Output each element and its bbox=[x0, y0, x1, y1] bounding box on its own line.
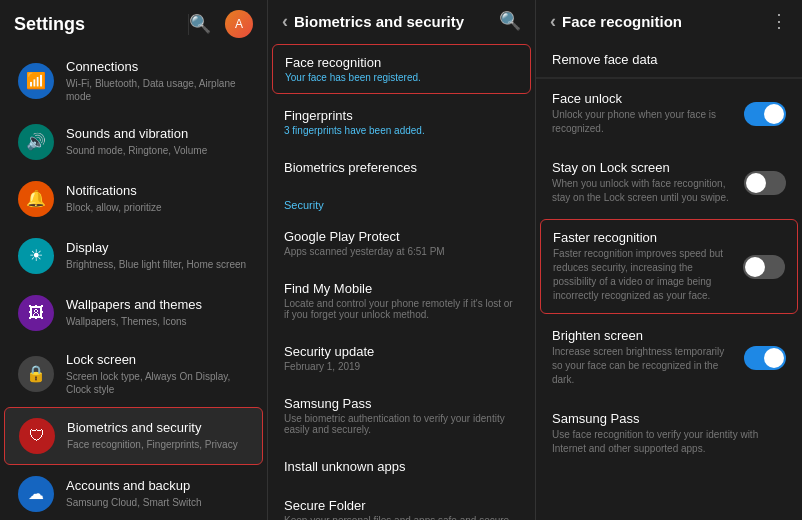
brighten-screen-text: Brighten screen Increase screen brightne… bbox=[552, 328, 744, 387]
mid-item-install-unknown[interactable]: Install unknown apps bbox=[268, 447, 535, 486]
lock-icon: 🔒 bbox=[18, 356, 54, 392]
search-icon[interactable]: 🔍 bbox=[189, 13, 211, 35]
face-unlock-title: Face unlock bbox=[552, 91, 734, 106]
stay-on-lock-toggle-thumb bbox=[746, 173, 766, 193]
display-subtitle: Brightness, Blue light filter, Home scre… bbox=[66, 258, 246, 271]
mid-item-face-recognition[interactable]: Face recognition Your face has been regi… bbox=[272, 44, 531, 94]
mid-item-find-my-mobile[interactable]: Find My Mobile Locate and control your p… bbox=[268, 269, 535, 332]
secure-folder-title: Secure Folder bbox=[284, 498, 519, 513]
left-title: Settings bbox=[14, 14, 189, 35]
face-unlock-toggle-thumb bbox=[764, 104, 784, 124]
remove-face-button[interactable]: Remove face data bbox=[536, 42, 802, 78]
find-my-mobile-subtitle: Locate and control your phone remotely i… bbox=[284, 298, 519, 320]
stay-on-lock-text: Stay on Lock screen When you unlock with… bbox=[552, 160, 744, 205]
samsung-pass-subtitle: Use biometric authentication to verify y… bbox=[284, 413, 519, 435]
sidebar-item-display[interactable]: ☀ Display Brightness, Blue light filter,… bbox=[4, 228, 263, 284]
notifications-subtitle: Block, allow, prioritize bbox=[66, 201, 162, 214]
display-title: Display bbox=[66, 240, 246, 257]
connections-text: Connections Wi-Fi, Bluetooth, Data usage… bbox=[66, 59, 249, 103]
settings-list: 📶 Connections Wi-Fi, Bluetooth, Data usa… bbox=[0, 48, 267, 520]
face-recognition-subtitle: Your face has been registered. bbox=[285, 72, 518, 83]
mid-item-secure-folder[interactable]: Secure Folder Keep your personal files a… bbox=[268, 486, 535, 520]
sounds-subtitle: Sound mode, Ringtone, Volume bbox=[66, 144, 207, 157]
brighten-screen-title: Brighten screen bbox=[552, 328, 734, 343]
install-unknown-title: Install unknown apps bbox=[284, 459, 519, 474]
accounts-text: Accounts and backup Samsung Cloud, Smart… bbox=[66, 478, 202, 509]
lock-title: Lock screen bbox=[66, 352, 249, 369]
security-section-label: Security bbox=[268, 187, 535, 217]
mid-search-icon[interactable]: 🔍 bbox=[499, 10, 521, 32]
three-dot-menu[interactable]: ⋮ bbox=[770, 10, 788, 32]
wallpapers-text: Wallpapers and themes Wallpapers, Themes… bbox=[66, 297, 202, 328]
mid-list: Face recognition Your face has been regi… bbox=[268, 42, 535, 520]
right-item-face-unlock[interactable]: Face unlock Unlock your phone when your … bbox=[536, 79, 802, 148]
right-back-button[interactable]: ‹ Face recognition bbox=[550, 11, 682, 32]
biometrics-text: Biometrics and security Face recognition… bbox=[67, 420, 238, 451]
samsung-pass-title: Samsung Pass bbox=[284, 396, 519, 411]
sidebar-item-notifications[interactable]: 🔔 Notifications Block, allow, prioritize bbox=[4, 171, 263, 227]
sidebar-item-connections[interactable]: 📶 Connections Wi-Fi, Bluetooth, Data usa… bbox=[4, 49, 263, 113]
sidebar-item-wallpapers[interactable]: 🖼 Wallpapers and themes Wallpapers, Them… bbox=[4, 285, 263, 341]
brighten-screen-toggle[interactable] bbox=[744, 346, 786, 370]
stay-on-lock-row: Stay on Lock screen When you unlock with… bbox=[552, 160, 786, 205]
samsung-pass-face-subtitle: Use face recognition to verify your iden… bbox=[552, 428, 776, 456]
right-item-stay-on-lock[interactable]: Stay on Lock screen When you unlock with… bbox=[536, 148, 802, 217]
biometrics-title: Biometrics and security bbox=[67, 420, 238, 437]
connections-icon: 📶 bbox=[18, 63, 54, 99]
faster-recognition-toggle-thumb bbox=[745, 257, 765, 277]
sidebar-item-accounts[interactable]: ☁ Accounts and backup Samsung Cloud, Sma… bbox=[4, 466, 263, 520]
face-recognition-title: Face recognition bbox=[285, 55, 518, 70]
settings-panel-mid: ‹ Biometrics and security 🔍 Face recogni… bbox=[268, 0, 536, 520]
brighten-screen-toggle-thumb bbox=[764, 348, 784, 368]
stay-on-lock-title: Stay on Lock screen bbox=[552, 160, 734, 175]
left-header: Settings 🔍 A bbox=[0, 0, 267, 48]
faster-recognition-toggle[interactable] bbox=[743, 255, 785, 279]
right-list: Remove face data Face unlock Unlock your… bbox=[536, 42, 802, 520]
sidebar-item-sounds[interactable]: 🔊 Sounds and vibration Sound mode, Ringt… bbox=[4, 114, 263, 170]
face-unlock-row: Face unlock Unlock your phone when your … bbox=[552, 91, 786, 136]
mid-back-button[interactable]: ‹ Biometrics and security bbox=[282, 11, 464, 32]
fingerprints-title: Fingerprints bbox=[284, 108, 519, 123]
samsung-pass-face-text: Samsung Pass Use face recognition to ver… bbox=[552, 411, 786, 456]
wallpapers-subtitle: Wallpapers, Themes, Icons bbox=[66, 315, 202, 328]
left-header-icons: 🔍 A bbox=[189, 10, 253, 38]
right-header: ‹ Face recognition ⋮ bbox=[536, 0, 802, 42]
biometrics-icon: 🛡 bbox=[19, 418, 55, 454]
display-icon: ☀ bbox=[18, 238, 54, 274]
brighten-screen-row: Brighten screen Increase screen brightne… bbox=[552, 328, 786, 387]
sidebar-item-biometrics[interactable]: 🛡 Biometrics and security Face recogniti… bbox=[4, 407, 263, 465]
face-unlock-toggle[interactable] bbox=[744, 102, 786, 126]
find-my-mobile-title: Find My Mobile bbox=[284, 281, 519, 296]
sounds-title: Sounds and vibration bbox=[66, 126, 207, 143]
faster-recognition-title: Faster recognition bbox=[553, 230, 733, 245]
wallpapers-title: Wallpapers and themes bbox=[66, 297, 202, 314]
right-header-title: Face recognition bbox=[562, 13, 682, 30]
biometrics-prefs-title: Biometrics preferences bbox=[284, 160, 519, 175]
settings-panel-left: Settings 🔍 A 📶 Connections Wi-Fi, Blueto… bbox=[0, 0, 268, 520]
right-item-samsung-pass-face[interactable]: Samsung Pass Use face recognition to ver… bbox=[536, 399, 802, 468]
mid-header: ‹ Biometrics and security 🔍 bbox=[268, 0, 535, 42]
notifications-icon: 🔔 bbox=[18, 181, 54, 217]
accounts-title: Accounts and backup bbox=[66, 478, 202, 495]
display-text: Display Brightness, Blue light filter, H… bbox=[66, 240, 246, 271]
mid-item-fingerprints[interactable]: Fingerprints 3 fingerprints have been ad… bbox=[268, 96, 535, 148]
faster-recognition-row: Faster recognition Faster recognition im… bbox=[553, 230, 785, 303]
mid-item-biometrics-prefs[interactable]: Biometrics preferences bbox=[268, 148, 535, 187]
mid-item-google-play-protect[interactable]: Google Play Protect Apps scanned yesterd… bbox=[268, 217, 535, 269]
notifications-title: Notifications bbox=[66, 183, 162, 200]
sidebar-item-lock[interactable]: 🔒 Lock screen Screen lock type, Always O… bbox=[4, 342, 263, 406]
brighten-screen-subtitle: Increase screen brightness temporarily s… bbox=[552, 345, 734, 387]
stay-on-lock-toggle[interactable] bbox=[744, 171, 786, 195]
samsung-pass-face-row: Samsung Pass Use face recognition to ver… bbox=[552, 411, 786, 456]
security-update-title: Security update bbox=[284, 344, 519, 359]
back-arrow-icon: ‹ bbox=[282, 11, 288, 32]
right-back-arrow-icon: ‹ bbox=[550, 11, 556, 32]
right-item-faster-recognition[interactable]: Faster recognition Faster recognition im… bbox=[540, 219, 798, 314]
right-item-brighten-screen[interactable]: Brighten screen Increase screen brightne… bbox=[536, 316, 802, 399]
mid-item-security-update[interactable]: Security update February 1, 2019 bbox=[268, 332, 535, 384]
avatar[interactable]: A bbox=[225, 10, 253, 38]
lock-text: Lock screen Screen lock type, Always On … bbox=[66, 352, 249, 396]
settings-panel-right: ‹ Face recognition ⋮ Remove face data Fa… bbox=[536, 0, 802, 520]
faster-recognition-subtitle: Faster recognition improves speed but re… bbox=[553, 247, 733, 303]
mid-item-samsung-pass[interactable]: Samsung Pass Use biometric authenticatio… bbox=[268, 384, 535, 447]
